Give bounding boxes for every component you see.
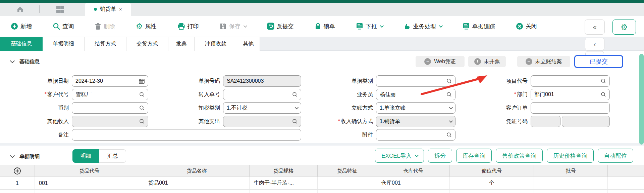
- field-label: 其他支出: [198, 116, 220, 127]
- close-button[interactable]: 关闭: [516, 23, 537, 30]
- business-process-button[interactable]: 业务处理: [404, 23, 442, 30]
- col-header-item-code[interactable]: 货品代号: [35, 165, 144, 177]
- field-label: 单据号码: [198, 75, 220, 87]
- tab-delivery[interactable]: 交货方式: [126, 37, 168, 51]
- search-icon[interactable]: [446, 132, 452, 138]
- col-header-item-spec[interactable]: 货品规格: [250, 165, 318, 177]
- properties-button[interactable]: ⚙ 属性: [136, 23, 157, 30]
- col-header-item-feature[interactable]: 货品特征: [318, 165, 377, 177]
- item-name-cell[interactable]: 货品001: [144, 177, 250, 189]
- doc-tracking-button[interactable]: 单据追踪: [463, 23, 495, 30]
- lock-button[interactable]: 锁单: [315, 23, 335, 30]
- add-row-cell[interactable]: [0, 165, 35, 177]
- table-partial-row: [0, 190, 644, 193]
- field-attachment: 附件: [376, 129, 455, 141]
- search-icon[interactable]: [446, 92, 452, 97]
- save-icon: [220, 23, 227, 30]
- search-icon[interactable]: [601, 78, 606, 84]
- tax-category-select[interactable]: 1.不计税: [223, 102, 301, 114]
- col-header-batch-number[interactable]: 批号: [534, 165, 608, 177]
- add-button[interactable]: 新增: [11, 23, 32, 30]
- salesperson-input[interactable]: 杨佳丽: [376, 89, 455, 100]
- currency-input[interactable]: [72, 102, 148, 114]
- field-salesperson: 业务员 杨佳丽: [376, 89, 455, 100]
- item-code-cell[interactable]: 001: [35, 177, 144, 189]
- search-icon[interactable]: [292, 92, 298, 97]
- bin-code-cell[interactable]: 个: [450, 177, 534, 189]
- warehouse-code-cell[interactable]: 仓库001: [377, 177, 450, 189]
- row-seq-cell: 1: [0, 177, 35, 189]
- panel-back-button[interactable]: ‹: [585, 38, 604, 50]
- transfer-in-number-input[interactable]: [223, 89, 301, 100]
- field-project-code: 项目代号: [531, 75, 610, 87]
- field-other-income: 其他收入: [72, 116, 148, 127]
- minus-icon: –: [526, 58, 532, 65]
- collapse-section-icon[interactable]: [10, 153, 15, 158]
- col-header-bin-code[interactable]: 储位代号: [450, 165, 534, 177]
- web-voucher-badge: – Web凭证: [416, 56, 465, 67]
- col-header-warehouse-code[interactable]: 仓库代号: [377, 165, 450, 177]
- toggle-summary[interactable]: 汇总: [99, 149, 126, 163]
- stock-query-button[interactable]: 库存查询: [456, 149, 492, 163]
- delete-button[interactable]: 删除: [95, 23, 115, 30]
- col-header-item-name[interactable]: 货品名称: [144, 165, 250, 177]
- posting-method-select[interactable]: 1.单张立账: [376, 102, 455, 114]
- search-icon: [53, 23, 60, 30]
- settings-button[interactable]: ⚙: [612, 20, 636, 35]
- bill-category-input[interactable]: [376, 75, 455, 87]
- push-down-button[interactable]: 下推: [356, 23, 383, 30]
- search-icon[interactable]: [446, 78, 452, 84]
- save-button[interactable]: 保存: [220, 23, 246, 30]
- table-row[interactable]: 1 001 货品001 牛肉干-半斤装-... 仓库001 个: [0, 177, 644, 190]
- item-feature-cell[interactable]: [318, 177, 377, 189]
- tab-other[interactable]: 其他: [237, 37, 260, 51]
- auto-allocate-button[interactable]: 自动配位: [598, 149, 633, 163]
- trash-icon: [95, 23, 101, 30]
- toggle-detail[interactable]: 明细: [72, 149, 99, 163]
- voucher-number-input-1: [531, 116, 560, 127]
- customer-order-input[interactable]: [531, 102, 610, 114]
- apps-grid-icon[interactable]: [56, 6, 64, 13]
- remark-input[interactable]: [72, 129, 301, 141]
- customer-code-input[interactable]: 雪糕厂: [72, 89, 148, 100]
- department-input[interactable]: 部门001: [531, 89, 610, 100]
- revenue-confirm-select[interactable]: 1.销货单: [376, 116, 455, 127]
- split-button[interactable]: 拆分: [428, 149, 452, 163]
- field-label: 单据类别: [351, 75, 373, 87]
- scrollbar-thumb[interactable]: [639, 54, 644, 145]
- home-icon[interactable]: [16, 5, 24, 13]
- submitted-status-button[interactable]: 已提交: [574, 55, 623, 68]
- tab-doc-detail[interactable]: 单据明细: [43, 37, 85, 51]
- tab-label: 销货单: [100, 6, 116, 13]
- excel-import-button[interactable]: EXCEL导入: [375, 149, 424, 163]
- batch-number-cell[interactable]: [534, 177, 608, 189]
- print-button[interactable]: 打印: [177, 23, 199, 30]
- field-voucher-number: 凭证号码: [531, 116, 610, 127]
- close-tab-icon[interactable]: ×: [119, 6, 122, 12]
- collapse-section-icon[interactable]: [10, 59, 15, 63]
- gear-icon: ⚙: [621, 23, 628, 32]
- query-button[interactable]: 查询: [53, 23, 74, 30]
- history-price-query-button[interactable]: 历史价格查询: [547, 149, 594, 163]
- field-bill-number: 单据号码 SA2412300003: [223, 75, 301, 87]
- document-tabs: 基础信息 单据明细 结算方式 交货方式 发票 冲预收款 其他: [0, 37, 644, 51]
- tab-settlement[interactable]: 结算方式: [85, 37, 126, 51]
- plus-circle-outline-icon[interactable]: [13, 167, 21, 175]
- attachment-input[interactable]: [376, 129, 455, 141]
- item-spec-cell[interactable]: 牛肉干-半斤装-...: [250, 177, 318, 189]
- unsubmit-button[interactable]: 反提交: [267, 23, 294, 30]
- bill-date-input[interactable]: 2024-12-30: [72, 75, 148, 87]
- search-icon[interactable]: [601, 92, 606, 97]
- price-policy-query-button[interactable]: 售价政策查询: [496, 149, 543, 163]
- tab-advance-offset[interactable]: 冲预收款: [195, 37, 237, 51]
- tab-basic-info[interactable]: 基础信息: [0, 37, 43, 51]
- table-header-row: 货品代号 货品名称 货品规格 货品特征 仓库代号 储位代号 批号: [0, 165, 644, 177]
- collapse-panel-button[interactable]: «: [585, 20, 605, 35]
- tab-invoice[interactable]: 发票: [168, 37, 195, 51]
- search-icon[interactable]: [139, 92, 145, 97]
- project-code-input[interactable]: [531, 75, 610, 87]
- field-tax-category: 扣税类别 1.不计税: [223, 102, 301, 114]
- calendar-icon[interactable]: [139, 78, 145, 84]
- tab-sales-invoice[interactable]: 销货单 ×: [85, 3, 131, 16]
- search-icon[interactable]: [139, 105, 145, 111]
